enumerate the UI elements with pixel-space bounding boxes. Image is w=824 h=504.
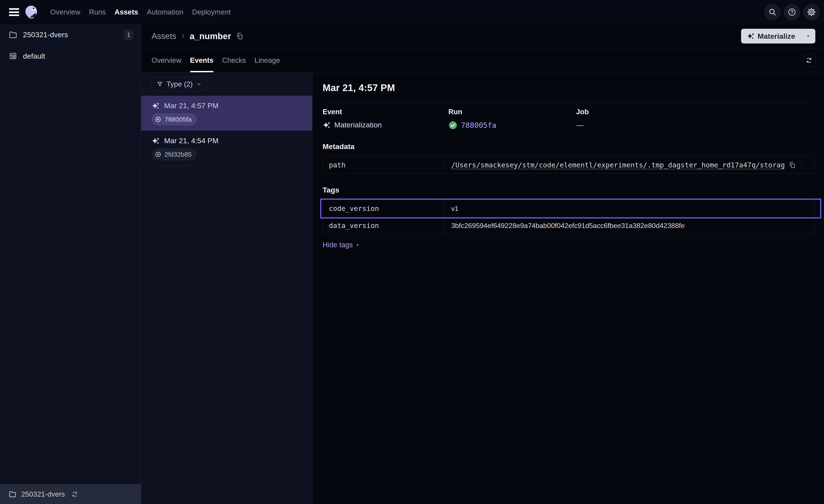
- type-filter-label: Type (2): [167, 80, 193, 88]
- gear-icon: [807, 8, 816, 17]
- metadata-heading: Metadata: [323, 142, 815, 151]
- tags-heading: Tags: [323, 186, 815, 194]
- event-type-value: Materialization: [334, 121, 382, 129]
- run-id-label: 788005fa: [165, 116, 192, 123]
- copy-icon: [789, 161, 796, 169]
- metadata-table: path /Users/smackesey/stm/code/elementl/…: [323, 156, 815, 174]
- nav-overview[interactable]: Overview: [50, 8, 80, 16]
- tags-table: code_version v1 data_version 3bfc269594e…: [323, 200, 815, 234]
- settings-button[interactable]: [803, 4, 820, 20]
- folder-icon: [9, 490, 16, 498]
- chevron-right-icon: [180, 33, 186, 39]
- sidebar-footer-code-location[interactable]: 250321-dvers: [0, 484, 141, 504]
- asset-detail-workspace: Assets a_number Materialize: [141, 24, 824, 504]
- footer-location-label: 250321-dvers: [21, 490, 65, 498]
- run-success-check-icon: [448, 121, 457, 130]
- run-column: Run 788005fa: [448, 108, 576, 130]
- event-column-label: Event: [323, 108, 448, 116]
- caret-down-icon: [805, 33, 811, 39]
- tag-key: code_version: [323, 200, 445, 217]
- reload-location-icon[interactable]: [71, 491, 78, 498]
- search-button[interactable]: [764, 4, 781, 20]
- empty-cell: [802, 157, 815, 174]
- path-value-link[interactable]: /Users/smackesey/stm/code/elementl/exper…: [451, 161, 785, 169]
- breadcrumb-assets-link[interactable]: Assets: [151, 31, 176, 41]
- asset-tabs: Overview Events Checks Lineage: [141, 48, 824, 73]
- sparkle-icon: [747, 32, 754, 40]
- event-list-item[interactable]: Mar 21, 4:54 PM 2fd32b85: [141, 131, 312, 166]
- nav-automation[interactable]: Automation: [147, 8, 183, 16]
- run-id-pill[interactable]: 788005fa: [151, 113, 197, 125]
- tab-lineage[interactable]: Lineage: [254, 48, 280, 72]
- tab-events[interactable]: Events: [190, 48, 213, 72]
- materialize-button[interactable]: Materialize: [741, 29, 801, 43]
- caret-up-icon: [355, 243, 360, 247]
- event-list-item-selected[interactable]: Mar 21, 4:57 PM 788005fa: [141, 96, 312, 131]
- event-detail-panel: Mar 21, 4:57 PM Event Materializatio: [312, 73, 824, 504]
- page-header: Assets a_number Materialize: [141, 24, 824, 48]
- copy-path-button[interactable]: [789, 161, 796, 169]
- group-count-badge: 1: [124, 30, 133, 40]
- job-empty-value: —: [576, 121, 584, 129]
- run-target-icon: [154, 116, 162, 123]
- job-column: Job —: [576, 108, 702, 130]
- table-row: path /Users/smackesey/stm/code/elementl/…: [323, 157, 815, 174]
- event-column: Event Materialization: [323, 108, 448, 130]
- run-id-link[interactable]: 788005fa: [461, 121, 496, 130]
- chevron-down-icon: [196, 81, 202, 87]
- materialization-sparkle-icon: [151, 137, 160, 145]
- materialize-split-button: Materialize: [741, 29, 815, 43]
- search-icon: [768, 8, 777, 16]
- nav-deployment[interactable]: Deployment: [192, 8, 230, 16]
- materialize-dropdown-button[interactable]: [801, 29, 815, 43]
- table-row: code_version v1: [323, 200, 815, 217]
- copy-asset-name-button[interactable]: [236, 32, 243, 40]
- tag-value: 3bfc269594ef649228e9a74bab00f042efc91d5a…: [445, 217, 815, 234]
- event-summary-columns: Event Materialization Run: [323, 108, 815, 130]
- nav-assets[interactable]: Assets: [114, 8, 138, 16]
- job-column-label: Job: [576, 108, 702, 116]
- refresh-icon: [805, 57, 813, 64]
- tag-value: v1: [445, 200, 815, 217]
- events-content: Type (2) Mar 21, 4:57 PM: [141, 73, 824, 504]
- tag-key: data_version: [323, 217, 445, 234]
- event-timestamp: Mar 21, 4:54 PM: [164, 136, 218, 145]
- copy-icon: [236, 32, 243, 40]
- tags-section: Tags code_version v1 data_version 3bfc26…: [323, 186, 815, 249]
- help-icon: [788, 8, 797, 17]
- refresh-button[interactable]: [803, 54, 815, 67]
- events-list-panel: Type (2) Mar 21, 4:57 PM: [141, 73, 312, 504]
- asset-groups-sidebar: 250321-dvers 1 default 250321-dvers: [0, 24, 141, 504]
- sidebar-item-group[interactable]: 250321-dvers 1: [0, 24, 141, 45]
- sidebar-item-code-location[interactable]: default: [0, 45, 141, 67]
- materialization-sparkle-icon: [323, 121, 331, 129]
- nav-runs[interactable]: Runs: [89, 8, 106, 16]
- materialize-label: Materialize: [757, 32, 795, 40]
- dagster-logo[interactable]: [24, 5, 38, 19]
- topbar-actions: [764, 4, 820, 20]
- run-id-pill[interactable]: 2fd32b85: [151, 148, 197, 160]
- hamburger-menu-icon[interactable]: [9, 8, 19, 16]
- hide-tags-label: Hide tags: [323, 241, 353, 249]
- run-id-label: 2fd32b85: [165, 151, 192, 158]
- table-row: data_version 3bfc269594ef649228e9a74bab0…: [323, 217, 815, 234]
- materialization-sparkle-icon: [151, 102, 160, 110]
- tab-overview[interactable]: Overview: [151, 48, 182, 72]
- filter-funnel-icon: [157, 81, 163, 87]
- code-location-icon: [9, 52, 17, 60]
- event-detail-title: Mar 21, 4:57 PM: [323, 83, 815, 93]
- event-timestamp: Mar 21, 4:57 PM: [164, 102, 218, 110]
- octopus-logo-icon: [24, 5, 38, 19]
- top-nav-menu: Overview Runs Assets Automation Deployme…: [50, 8, 230, 16]
- metadata-key: path: [323, 157, 445, 174]
- type-filter-button[interactable]: Type (2): [151, 77, 207, 91]
- run-column-label: Run: [448, 108, 576, 116]
- sidebar-group-label: 250321-dvers: [23, 30, 68, 39]
- page-title-asset-name: a_number: [190, 31, 231, 41]
- top-nav-bar: Overview Runs Assets Automation Deployme…: [0, 0, 824, 24]
- help-button[interactable]: [784, 4, 800, 20]
- tab-checks[interactable]: Checks: [222, 48, 246, 72]
- hide-tags-link[interactable]: Hide tags: [323, 241, 360, 249]
- code-location-label: default: [23, 52, 45, 60]
- run-target-icon: [154, 151, 162, 158]
